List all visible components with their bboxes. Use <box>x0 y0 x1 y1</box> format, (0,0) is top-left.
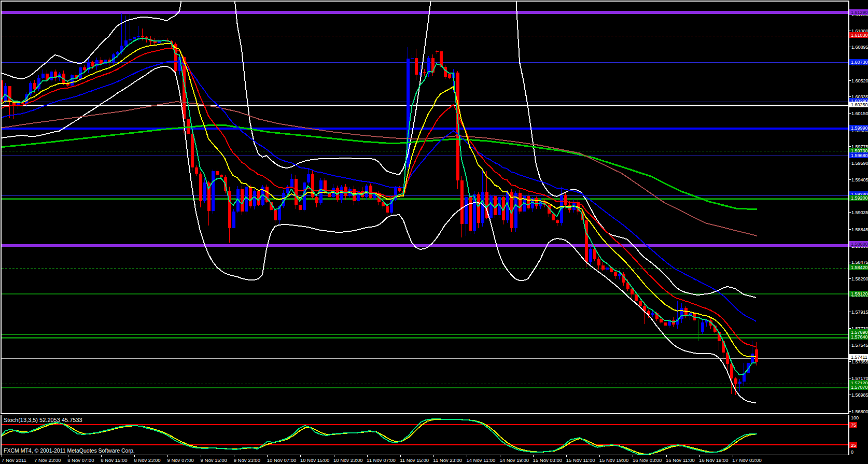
svg-text:25: 25 <box>851 443 856 448</box>
svg-text:1.58290: 1.58290 <box>851 276 868 282</box>
svg-text:1.57070: 1.57070 <box>851 385 868 390</box>
svg-text:1.57915: 1.57915 <box>851 310 868 315</box>
svg-text:7 Nov 2011: 7 Nov 2011 <box>2 457 26 463</box>
svg-text:1.59990: 1.59990 <box>851 125 868 131</box>
svg-text:1.61030: 1.61030 <box>851 33 868 38</box>
svg-text:11 Nov 23:00: 11 Nov 23:00 <box>433 457 462 463</box>
svg-text:1.59405: 1.59405 <box>851 177 868 182</box>
svg-text:15 Nov 03:00: 15 Nov 03:00 <box>533 457 563 463</box>
svg-text:1.61290: 1.61290 <box>851 10 868 15</box>
svg-text:1.57545: 1.57545 <box>851 343 868 348</box>
svg-text:1.59680: 1.59680 <box>851 153 868 158</box>
svg-text:16 Nov 19:00: 16 Nov 19:00 <box>699 457 729 463</box>
svg-text:17 Nov 03:00: 17 Nov 03:00 <box>732 457 762 463</box>
svg-text:10 Nov 23:00: 10 Nov 23:00 <box>333 457 363 463</box>
svg-text:8 Nov 23:00: 8 Nov 23:00 <box>134 457 160 463</box>
svg-text:15 Nov 19:00: 15 Nov 19:00 <box>599 457 629 463</box>
svg-text:1.59590: 1.59590 <box>851 161 868 166</box>
svg-text:16 Nov 03:00: 16 Nov 03:00 <box>633 457 662 463</box>
svg-text:FXCM MT4, © 2001-2011 MetaQuot: FXCM MT4, © 2001-2011 MetaQuotes Softwar… <box>4 447 135 454</box>
svg-text:1.59200: 1.59200 <box>851 195 868 201</box>
svg-text:8 Nov 15:00: 8 Nov 15:00 <box>101 457 127 463</box>
svg-text:Stoch(13,3,5) 52.2053 45.7533: Stoch(13,3,5) 52.2053 45.7533 <box>4 417 82 423</box>
svg-text:1.60520: 1.60520 <box>851 78 868 83</box>
svg-text:1.60730: 1.60730 <box>851 60 868 65</box>
svg-text:15 Nov 11:00: 15 Nov 11:00 <box>566 457 595 463</box>
svg-text:1.57640: 1.57640 <box>851 334 868 340</box>
svg-text:1.58120: 1.58120 <box>851 291 868 297</box>
svg-text:1.60150: 1.60150 <box>851 111 868 116</box>
svg-text:9 Nov 15:00: 9 Nov 15:00 <box>201 457 227 463</box>
svg-text:1.58420: 1.58420 <box>851 265 868 270</box>
svg-text:1.60250: 1.60250 <box>851 102 868 107</box>
svg-text:16 Nov 11:00: 16 Nov 11:00 <box>666 457 695 463</box>
svg-text:9 Nov 23:00: 9 Nov 23:00 <box>234 457 260 463</box>
svg-text:1.57355: 1.57355 <box>851 359 868 364</box>
svg-text:75: 75 <box>851 423 856 428</box>
svg-text:0: 0 <box>851 449 853 455</box>
svg-text:11 Nov 15:00: 11 Nov 15:00 <box>400 457 429 463</box>
svg-text:1.59035: 1.59035 <box>851 210 868 215</box>
svg-text:100: 100 <box>851 415 859 420</box>
svg-text:10 Nov 07:00: 10 Nov 07:00 <box>267 457 297 463</box>
svg-text:8 Nov 07:00: 8 Nov 07:00 <box>67 457 94 463</box>
svg-text:1.56800: 1.56800 <box>851 409 868 414</box>
svg-text:14 Nov 19:00: 14 Nov 19:00 <box>500 457 529 463</box>
svg-text:14 Nov 11:00: 14 Nov 11:00 <box>466 457 495 463</box>
svg-text:1.57411: 1.57411 <box>851 355 867 360</box>
svg-text:1.60895: 1.60895 <box>851 45 868 50</box>
svg-text:7 Nov 23:00: 7 Nov 23:00 <box>34 457 61 463</box>
svg-text:11 Nov 07:00: 11 Nov 07:00 <box>367 457 396 463</box>
svg-text:9 Nov 07:00: 9 Nov 07:00 <box>167 457 194 463</box>
svg-text:1.58680: 1.58680 <box>851 242 868 247</box>
svg-text:10 Nov 15:00: 10 Nov 15:00 <box>300 457 330 463</box>
svg-text:1.58845: 1.58845 <box>851 227 868 232</box>
svg-text:1.56985: 1.56985 <box>851 392 868 398</box>
